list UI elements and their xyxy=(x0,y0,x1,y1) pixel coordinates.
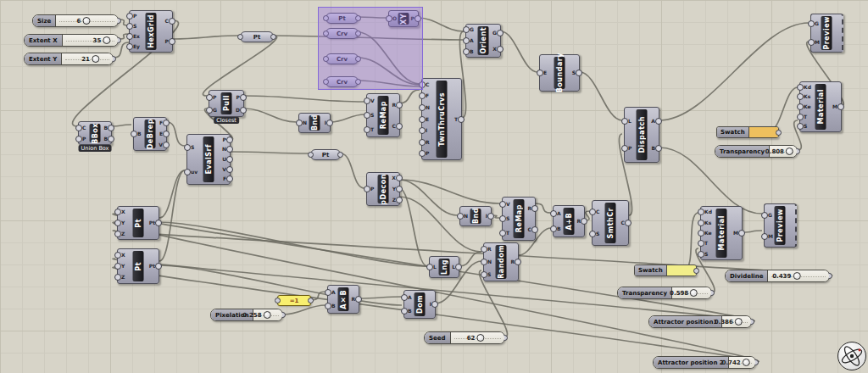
param-crv[interactable]: Crv xyxy=(326,28,359,39)
param-crv[interactable]: Crv xyxy=(326,53,359,64)
param-input-port[interactable] xyxy=(308,152,314,158)
component-a-b[interactable]: A+BABR xyxy=(553,205,585,237)
port-r[interactable] xyxy=(531,205,538,212)
port-t[interactable] xyxy=(797,114,804,120)
panel-input-port[interactable] xyxy=(275,298,281,303)
port-e[interactable] xyxy=(163,131,170,137)
component-dom[interactable]: DomABI xyxy=(403,290,436,319)
port-r[interactable] xyxy=(396,102,403,109)
port-p[interactable] xyxy=(240,94,247,101)
port-kd[interactable] xyxy=(797,84,804,91)
port-s[interactable] xyxy=(589,231,596,237)
panel-expression[interactable]: =1 xyxy=(277,295,311,306)
slider-track[interactable]: 0.439 xyxy=(768,270,829,281)
port-e[interactable] xyxy=(419,116,426,123)
port-s[interactable] xyxy=(698,251,704,258)
param-input-port[interactable] xyxy=(323,15,329,21)
port-e[interactable] xyxy=(537,70,543,76)
slider-attractor-position-2[interactable]: Attractor position 20.742 xyxy=(653,356,756,369)
port-c[interactable] xyxy=(625,220,632,226)
port-g[interactable] xyxy=(206,107,213,114)
port-s[interactable] xyxy=(576,70,582,76)
port-s[interactable] xyxy=(499,215,506,222)
param-pt[interactable]: Pt xyxy=(310,149,341,160)
port-r[interactable] xyxy=(355,296,362,303)
port-n[interactable] xyxy=(419,104,426,111)
port-l[interactable] xyxy=(621,118,628,125)
port-f[interactable] xyxy=(419,92,426,99)
port-x[interactable] xyxy=(114,209,121,215)
port-g[interactable] xyxy=(761,212,768,219)
slider-knob[interactable] xyxy=(735,318,743,326)
slider-seed[interactable]: Seed62 xyxy=(424,331,505,344)
component-remap[interactable]: ReMapVSTRC xyxy=(366,93,400,137)
swatch-colour-box[interactable] xyxy=(749,127,778,137)
component-smthcr[interactable]: SmthCrCSC xyxy=(592,200,629,246)
component-debrep[interactable]: DeBrepBFEV xyxy=(133,117,167,151)
port-v[interactable] xyxy=(226,166,233,173)
port-ex[interactable] xyxy=(126,33,133,40)
slider-size[interactable]: Size6 xyxy=(32,14,119,27)
port-r[interactable] xyxy=(481,246,487,253)
port-i[interactable] xyxy=(419,127,426,134)
port-kd[interactable] xyxy=(698,209,704,215)
port-p[interactable] xyxy=(621,145,628,152)
component-preview[interactable]: PreviewGM xyxy=(810,14,843,53)
port-p[interactable] xyxy=(419,150,426,157)
slider-track[interactable]: 6 xyxy=(56,15,118,26)
component-orient[interactable]: OrientGABGX xyxy=(465,24,501,58)
component-material[interactable]: MaterialKdKsKeTSM xyxy=(700,206,743,260)
component-pull[interactable]: PullPGPDClosest xyxy=(209,90,244,117)
slider-track[interactable]: 62 xyxy=(451,332,504,343)
component-lng[interactable]: LngLL xyxy=(429,256,459,278)
port-m[interactable] xyxy=(837,103,844,110)
port-s[interactable] xyxy=(797,123,804,130)
port-m[interactable] xyxy=(808,39,815,46)
port-v[interactable] xyxy=(163,142,170,148)
component-bnd[interactable]: BndNI xyxy=(298,113,331,133)
component-bnd[interactable]: BndNI xyxy=(459,206,492,226)
slider-knob[interactable] xyxy=(103,36,110,44)
component-hexgrid[interactable]: HexGridPSExEyCP xyxy=(129,10,173,53)
port-t[interactable] xyxy=(499,230,506,237)
slider-extent-x[interactable]: Extent X35 xyxy=(24,34,119,47)
slider-knob[interactable] xyxy=(743,359,750,366)
port-z[interactable] xyxy=(396,197,403,203)
param-input-port[interactable] xyxy=(237,34,243,40)
port-pt[interactable] xyxy=(155,263,162,270)
port-p[interactable] xyxy=(75,136,82,142)
swatch-output-port[interactable] xyxy=(776,130,782,136)
port-b[interactable] xyxy=(655,145,662,152)
port-b[interactable] xyxy=(325,303,331,309)
port-a[interactable] xyxy=(401,294,408,301)
slider-knob[interactable] xyxy=(690,289,698,297)
port-z[interactable] xyxy=(114,274,121,281)
slider-track[interactable]: 0.258 xyxy=(253,309,282,320)
port-c[interactable] xyxy=(531,226,538,233)
port-c[interactable] xyxy=(396,123,403,130)
navigation-compass-widget[interactable] xyxy=(837,342,866,370)
port-uv[interactable] xyxy=(184,169,191,175)
port-ke[interactable] xyxy=(797,103,804,110)
param-output-port[interactable] xyxy=(337,152,343,158)
port-ks[interactable] xyxy=(698,220,704,226)
port-g[interactable] xyxy=(497,30,504,36)
port-v[interactable] xyxy=(499,201,506,208)
port-p[interactable] xyxy=(169,38,175,45)
port-c[interactable] xyxy=(75,125,82,131)
swatch-output-port[interactable] xyxy=(693,268,699,274)
param-input-port[interactable] xyxy=(323,79,329,85)
port-ke[interactable] xyxy=(698,230,704,237)
port-g[interactable] xyxy=(808,20,815,27)
param-output-port[interactable] xyxy=(355,15,361,21)
component-xy[interactable]: XYOP xyxy=(388,10,419,27)
param-input-port[interactable] xyxy=(323,56,329,62)
port-r[interactable] xyxy=(419,139,426,146)
port-z[interactable] xyxy=(114,231,121,237)
port-t[interactable] xyxy=(458,116,465,123)
slider-pixelation[interactable]: Pixelation0.258 xyxy=(210,309,283,321)
port-i[interactable] xyxy=(326,120,333,126)
port-ks[interactable] xyxy=(797,93,804,100)
port-t[interactable] xyxy=(364,126,370,133)
colour-swatch[interactable]: Swatch xyxy=(634,264,697,276)
